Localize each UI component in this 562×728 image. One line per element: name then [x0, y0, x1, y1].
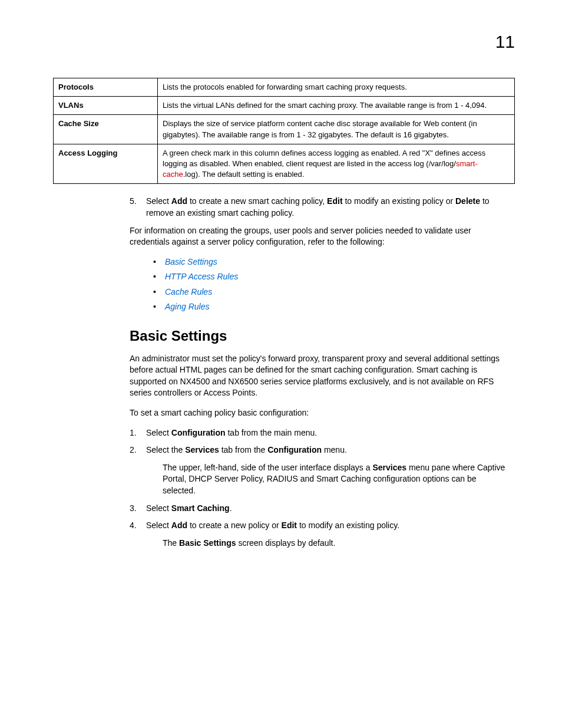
doc-link[interactable]: HTTP Access Rules	[165, 271, 238, 283]
content-body: 5. Select Add to create a new smart cach…	[130, 196, 509, 549]
bullet-icon: •	[153, 256, 165, 268]
step-2-note: The upper, left-hand, side of the user i…	[163, 462, 509, 497]
row-description: A green check mark in this column define…	[158, 144, 515, 184]
step-text: Select Smart Caching.	[146, 503, 509, 515]
step-number: 3.	[130, 503, 146, 515]
table-row: ProtocolsLists the protocols enabled for…	[54, 78, 515, 97]
step-2: 2. Select the Services tab from the Conf…	[130, 444, 509, 456]
doc-link[interactable]: Cache Rules	[165, 286, 212, 298]
list-item: •Cache Rules	[153, 286, 509, 298]
table-row: Cache SizeDisplays the size of service p…	[54, 115, 515, 144]
step-text: Select Add to create a new smart caching…	[146, 196, 509, 219]
list-item: •Basic Settings	[153, 256, 509, 268]
bullet-icon: •	[153, 286, 165, 298]
list-item: •Aging Rules	[153, 301, 509, 313]
step-number: 5.	[130, 196, 146, 219]
table-row: VLANsLists the virtual LANs defined for …	[54, 97, 515, 115]
definitions-table: ProtocolsLists the protocols enabled for…	[53, 78, 515, 184]
step-4-note: The Basic Settings screen displays by de…	[163, 538, 509, 549]
step-4: 4. Select Add to create a new policy or …	[130, 520, 509, 532]
doc-link[interactable]: Basic Settings	[165, 256, 217, 268]
row-description: Lists the protocols enabled for forwardi…	[158, 78, 515, 97]
step-number: 1.	[130, 427, 146, 439]
step-number: 2.	[130, 444, 146, 456]
row-label: VLANs	[54, 97, 158, 115]
row-label: Protocols	[54, 78, 158, 97]
section-intro: An administrator must set the policy's f…	[130, 353, 509, 399]
row-description: Lists the virtual LANs defined for the s…	[158, 97, 515, 115]
step-5: 5. Select Add to create a new smart cach…	[130, 196, 509, 219]
row-label: Access Logging	[54, 144, 158, 184]
section-heading: Basic Settings	[130, 326, 509, 346]
step-number: 4.	[130, 520, 146, 532]
table-row: Access LoggingA green check mark in this…	[54, 144, 515, 184]
info-paragraph: For information on creating the groups, …	[130, 225, 509, 248]
step-text: Select Add to create a new policy or Edi…	[146, 520, 509, 532]
step-1: 1. Select Configuration tab from the mai…	[130, 427, 509, 439]
bullet-icon: •	[153, 301, 165, 313]
step-text: Select the Services tab from the Configu…	[146, 444, 509, 456]
page-number: 11	[53, 29, 515, 54]
row-description: Displays the size of service platform co…	[158, 115, 515, 144]
row-label: Cache Size	[54, 115, 158, 144]
bullet-icon: •	[153, 271, 165, 283]
section-lead: To set a smart caching policy basic conf…	[130, 407, 509, 419]
doc-link[interactable]: Aging Rules	[165, 301, 210, 313]
list-item: •HTTP Access Rules	[153, 271, 509, 283]
step-3: 3. Select Smart Caching.	[130, 503, 509, 515]
step-text: Select Configuration tab from the main m…	[146, 427, 509, 439]
link-list: •Basic Settings•HTTP Access Rules•Cache …	[153, 256, 509, 313]
